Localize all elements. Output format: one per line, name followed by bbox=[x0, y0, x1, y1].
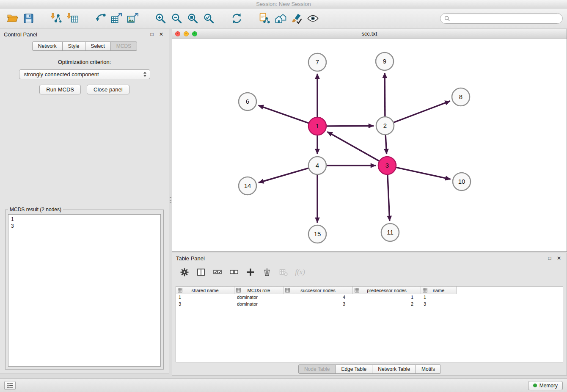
network-canvas[interactable]: 7968124314101511 bbox=[172, 39, 567, 251]
window-zoom-button[interactable]: + bbox=[192, 31, 197, 36]
column-label: MCDS role bbox=[248, 288, 270, 293]
node-10[interactable]: 10 bbox=[453, 173, 471, 190]
search-input[interactable] bbox=[452, 15, 559, 21]
optimization-criterion-select[interactable]: strongly connected component bbox=[19, 69, 150, 79]
new-network-icon bbox=[95, 13, 106, 24]
open-file-button[interactable] bbox=[4, 11, 20, 26]
zoom-selected-button[interactable] bbox=[201, 11, 217, 26]
edge-2-9[interactable] bbox=[385, 73, 385, 117]
network-window-titlebar[interactable]: scc.txt × − + bbox=[172, 29, 567, 39]
window-minimize-button[interactable]: − bbox=[184, 31, 189, 36]
tab-network-table[interactable]: Network Table bbox=[372, 364, 416, 374]
table-panel-float-button[interactable]: □ bbox=[546, 254, 553, 262]
delete-row-button[interactable] bbox=[261, 267, 272, 278]
toolbar-group bbox=[152, 11, 217, 26]
zoom-out-button[interactable] bbox=[168, 11, 184, 26]
edge-3-1[interactable] bbox=[328, 132, 380, 161]
edge-4-14[interactable] bbox=[259, 168, 309, 183]
network-from-selection-button[interactable] bbox=[256, 11, 272, 26]
column-header-mcds-role[interactable]: MCDS role bbox=[234, 287, 284, 294]
control-panel-float-button[interactable]: □ bbox=[148, 30, 156, 38]
vertical-splitter-grip[interactable] bbox=[170, 197, 171, 204]
function-builder-button[interactable]: f(x) bbox=[295, 267, 306, 278]
node-6[interactable]: 6 bbox=[239, 93, 256, 110]
network-graph[interactable]: 7968124314101511 bbox=[172, 39, 567, 251]
window-close-button[interactable]: × bbox=[175, 31, 180, 36]
new-network-button[interactable] bbox=[92, 11, 108, 26]
node-11[interactable]: 11 bbox=[381, 224, 399, 241]
node-15[interactable]: 15 bbox=[308, 225, 326, 243]
edge-1-2[interactable] bbox=[326, 126, 374, 126]
refresh-view-button[interactable] bbox=[228, 11, 245, 26]
first-neighbors-button[interactable] bbox=[272, 11, 289, 26]
tab-network[interactable]: Network bbox=[32, 41, 63, 51]
table-settings-button[interactable] bbox=[179, 267, 190, 278]
column-label: name bbox=[433, 288, 445, 293]
import-table-button[interactable] bbox=[64, 11, 80, 26]
tab-select[interactable]: Select bbox=[85, 41, 111, 51]
run-mcds-button[interactable]: Run MCDS bbox=[39, 85, 81, 94]
close-panel-button[interactable]: Close panel bbox=[87, 85, 129, 94]
control-panel-close-button[interactable]: ✕ bbox=[157, 30, 165, 38]
toolbar-group bbox=[48, 11, 80, 26]
column-layout-button[interactable] bbox=[195, 267, 206, 278]
export-table-button[interactable] bbox=[108, 11, 124, 26]
window-titlebar[interactable]: Session: New Session bbox=[0, 0, 567, 8]
svg-text:11: 11 bbox=[387, 229, 394, 236]
node-4[interactable]: 4 bbox=[308, 157, 326, 174]
memory-button[interactable]: Memory bbox=[528, 381, 563, 390]
node-2[interactable]: 2 bbox=[376, 117, 394, 135]
table-cell: 1 bbox=[353, 294, 421, 301]
search-box[interactable] bbox=[440, 13, 563, 24]
zoom-in-button[interactable] bbox=[152, 11, 168, 26]
svg-text:9: 9 bbox=[383, 58, 386, 65]
control-panel: Control Panel □ ✕ NetworkStyleSelectMCDS… bbox=[0, 29, 169, 373]
column-header-name[interactable]: name bbox=[421, 287, 457, 294]
edge-1-6[interactable] bbox=[259, 105, 310, 123]
edge-3-10[interactable] bbox=[396, 167, 451, 179]
node-8[interactable]: 8 bbox=[452, 88, 470, 106]
edge-2-8[interactable] bbox=[393, 101, 450, 123]
tab-style[interactable]: Style bbox=[62, 41, 85, 51]
control-panel-tabs: NetworkStyleSelectMCDS bbox=[0, 39, 169, 51]
toggle-graphics-button[interactable] bbox=[305, 11, 321, 26]
edge-2-3[interactable] bbox=[385, 134, 387, 154]
export-image-button[interactable] bbox=[124, 11, 140, 26]
column-header-predecessor-nodes[interactable]: predecessor nodes bbox=[353, 287, 421, 294]
node-14[interactable]: 14 bbox=[239, 177, 256, 195]
column-edit-icon bbox=[285, 288, 290, 293]
node-1[interactable]: 1 bbox=[308, 117, 326, 135]
panels-list-icon bbox=[7, 383, 14, 388]
node-7[interactable]: 7 bbox=[308, 53, 326, 71]
node-9[interactable]: 9 bbox=[376, 52, 394, 70]
delete-table-button[interactable] bbox=[278, 267, 289, 278]
svg-text:14: 14 bbox=[244, 182, 251, 189]
column-header-shared-name[interactable]: shared name bbox=[176, 287, 234, 294]
edge-3-11[interactable] bbox=[388, 174, 390, 221]
import-network-button[interactable] bbox=[48, 11, 64, 26]
table-cell: 3 bbox=[284, 301, 353, 308]
column-header-successor-nodes[interactable]: successor nodes bbox=[284, 287, 353, 294]
tab-node-table[interactable]: Node Table bbox=[298, 364, 336, 374]
tab-edge-table[interactable]: Edge Table bbox=[335, 364, 372, 374]
table-cell: 3 bbox=[176, 301, 234, 308]
node-3[interactable]: 3 bbox=[378, 157, 396, 174]
tab-motifs[interactable]: Motifs bbox=[416, 364, 441, 374]
svg-text:3: 3 bbox=[385, 162, 389, 169]
tab-mcds[interactable]: MCDS bbox=[110, 41, 137, 51]
apply-style-button[interactable] bbox=[289, 11, 305, 26]
zoom-fit-button[interactable] bbox=[184, 11, 201, 26]
select-all-rows-button[interactable] bbox=[212, 267, 223, 278]
mcds-result-item: 3 bbox=[11, 223, 158, 229]
column-label: shared name bbox=[191, 288, 218, 293]
panels-menu-button[interactable] bbox=[4, 381, 16, 390]
table-row[interactable]: 1dominator411 bbox=[176, 294, 563, 301]
add-row-button[interactable] bbox=[245, 267, 256, 278]
deselect-all-rows-icon bbox=[230, 268, 238, 276]
control-panel-header: Control Panel □ ✕ bbox=[0, 29, 169, 39]
table-panel-close-button[interactable]: ✕ bbox=[555, 254, 563, 262]
table-row[interactable]: 3dominator323 bbox=[176, 301, 563, 308]
save-session-button[interactable] bbox=[20, 11, 36, 26]
column-edit-icon bbox=[178, 288, 182, 293]
deselect-all-rows-button[interactable] bbox=[228, 267, 239, 278]
